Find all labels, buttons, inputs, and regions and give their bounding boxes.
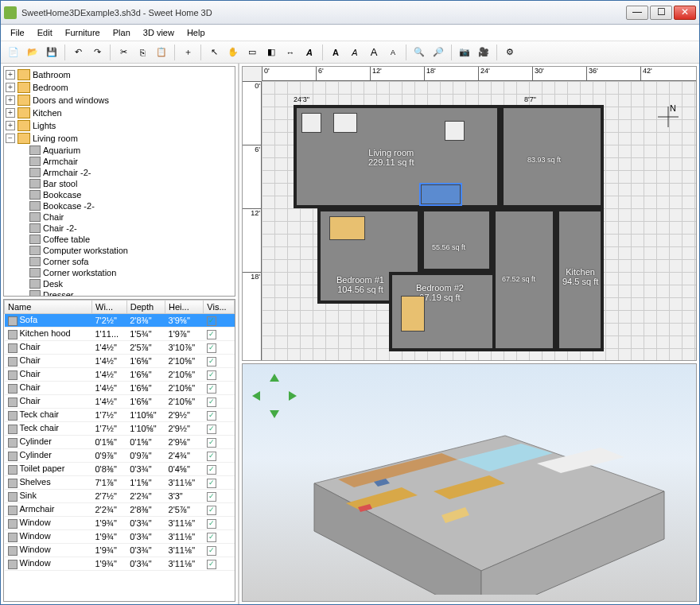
furniture-item[interactable] [445,121,465,141]
table-row[interactable]: Cylinder0'9⅞"0'9⅞"2'4¾"✓ [5,449,235,463]
visible-checkbox[interactable]: ✓ [207,533,216,542]
column-header[interactable]: Depth [126,301,165,314]
tree-furniture-item[interactable]: Desk [6,278,233,289]
table-row[interactable]: Chair1'4½"1'6⅝"2'10⅝"✓ [5,355,235,368]
table-row[interactable]: Teck chair1'7½"1'10⅝"2'9½"✓ [5,409,235,422]
tree-furniture-item[interactable]: Armchair [6,156,233,167]
expand-icon[interactable]: + [6,95,15,105]
visible-checkbox[interactable]: ✓ [207,384,216,394]
create-wall-icon[interactable]: ▭ [243,44,261,61]
visible-checkbox[interactable]: ✓ [207,519,216,529]
pan-icon[interactable]: ✋ [224,44,242,61]
new-icon[interactable]: 📄 [5,44,22,61]
nav-right-icon[interactable] [286,390,298,402]
photo-icon[interactable]: 📷 [456,44,473,61]
expand-icon[interactable]: + [6,70,15,80]
visible-checkbox[interactable]: ✓ [207,330,216,339]
close-button[interactable]: ✕ [674,6,696,20]
open-icon[interactable]: 📂 [24,44,41,61]
tree-furniture-item[interactable]: Armchair -2- [6,167,233,178]
table-row[interactable]: Chair1'4½"1'6⅝"2'10⅝"✓ [5,382,235,395]
menu-3dview[interactable]: 3D view [137,25,181,40]
furniture-table[interactable]: NameWi...DepthHei...Vis... Sofa7'2½"2'8⅜… [3,299,235,602]
tree-category[interactable]: −Living room [6,132,233,145]
tree-category[interactable]: +Kitchen [6,107,233,119]
collapse-icon[interactable]: − [6,134,15,143]
visible-checkbox[interactable]: ✓ [207,492,216,502]
visible-checkbox[interactable]: ✓ [207,316,216,326]
maximize-button[interactable]: ☐ [650,6,672,20]
table-row[interactable]: Kitchen hood1'11...1'5¾"1'9⅞"✓ [5,328,235,341]
table-row[interactable]: Armchair2'2¾"2'8⅜"2'5⅞"✓ [5,503,235,517]
table-row[interactable]: Window1'9¾"0'3¾"3'11⅛"✓ [5,557,235,571]
visible-checkbox[interactable]: ✓ [207,425,216,434]
undo-icon[interactable]: ↶ [69,44,87,61]
table-row[interactable]: Window1'9¾"0'3¾"3'11⅛"✓ [5,517,235,530]
redo-icon[interactable]: ↷ [88,44,106,61]
expand-icon[interactable]: + [6,108,15,118]
tree-furniture-item[interactable]: Bar stool [6,178,233,189]
table-row[interactable]: Sink2'7½"2'2¾"3'3"✓ [5,490,235,503]
tree-furniture-item[interactable]: Computer workstation [6,245,233,256]
visible-checkbox[interactable]: ✓ [207,343,216,353]
select-icon[interactable]: ↖ [205,44,223,61]
table-row[interactable]: Cylinder0'1⅝"0'1⅝"2'9⅛"✓ [5,436,235,449]
increase-text-icon[interactable]: A [365,44,383,61]
column-header[interactable]: Name [5,301,92,314]
menu-help[interactable]: Help [181,25,212,40]
visible-checkbox[interactable]: ✓ [207,546,216,556]
furniture-item[interactable] [333,113,357,133]
furniture-item[interactable] [301,113,321,133]
visible-checkbox[interactable]: ✓ [207,465,216,475]
italic-icon[interactable]: A [346,44,364,61]
visible-checkbox[interactable]: ✓ [207,357,216,366]
3d-view[interactable] [242,363,697,602]
tree-category[interactable]: +Doors and windows [6,94,233,107]
tree-furniture-item[interactable]: Corner sofa [6,256,233,267]
furniture-catalog-tree[interactable]: +Bathroom+Bedroom+Doors and windows+Kitc… [3,66,235,297]
table-row[interactable]: Chair1'4½"1'6⅝"2'10⅝"✓ [5,395,235,409]
column-header[interactable]: Wi... [92,301,127,314]
visible-checkbox[interactable]: ✓ [207,370,216,380]
minimize-button[interactable]: — [626,6,648,20]
table-row[interactable]: Shelves7'1⅞"1'1⅝"3'11⅛"✓ [5,476,235,490]
menu-plan[interactable]: Plan [107,25,137,40]
cut-icon[interactable]: ✂ [115,44,132,61]
table-row[interactable]: Chair1'4½"1'6⅝"2'10⅝"✓ [5,368,235,382]
tree-furniture-item[interactable]: Chair [6,211,233,223]
menu-furniture[interactable]: Furniture [59,25,107,40]
table-row[interactable]: Window1'9¾"0'3¾"3'11⅛"✓ [5,544,235,557]
tree-category[interactable]: +Bedroom [6,81,233,94]
tree-furniture-item[interactable]: Bookcase [6,189,233,200]
table-row[interactable]: Teck chair1'7½"1'10⅝"2'9½"✓ [5,422,235,436]
furniture-item[interactable] [329,216,365,240]
tree-furniture-item[interactable]: Dresser [6,289,233,297]
furniture-sofa[interactable] [421,184,461,204]
visible-checkbox[interactable]: ✓ [207,506,216,515]
video-icon[interactable]: 🎥 [475,44,492,61]
preferences-icon[interactable]: ⚙ [501,44,519,61]
tree-furniture-item[interactable]: Coffee table [6,234,233,245]
plan-canvas[interactable]: N Living room229.11 sq ft 83.93 sq ft Be… [262,81,696,360]
column-header[interactable]: Vis... [204,301,235,314]
visible-checkbox[interactable]: ✓ [207,560,216,569]
tree-furniture-item[interactable]: Bookcase -2- [6,200,233,211]
table-row[interactable]: Chair1'4½"2'5⅞"3'10⅞"✓ [5,341,235,355]
zoom-in-icon[interactable]: 🔎 [430,44,447,61]
expand-icon[interactable]: + [6,83,15,92]
nav-down-icon[interactable] [268,407,281,420]
tree-furniture-item[interactable]: Corner workstation [6,267,233,278]
paste-icon[interactable]: 📋 [153,44,170,61]
furniture-item[interactable] [401,296,425,332]
compass-icon[interactable]: N [656,105,680,129]
visible-checkbox[interactable]: ✓ [207,411,216,421]
zoom-out-icon[interactable]: 🔍 [410,44,428,61]
decrease-text-icon[interactable]: A [384,44,402,61]
add-furniture-icon[interactable]: ＋ [179,44,196,61]
table-row[interactable]: Window1'9¾"0'3¾"3'11⅛"✓ [5,530,235,544]
menu-edit[interactable]: Edit [31,25,59,40]
table-row[interactable]: Toilet paper0'8⅜"0'3¾"0'4⅝"✓ [5,463,235,476]
dimension-icon[interactable]: ↔ [282,44,299,61]
bold-icon[interactable]: A [327,44,344,61]
text-icon[interactable]: A [301,44,318,61]
